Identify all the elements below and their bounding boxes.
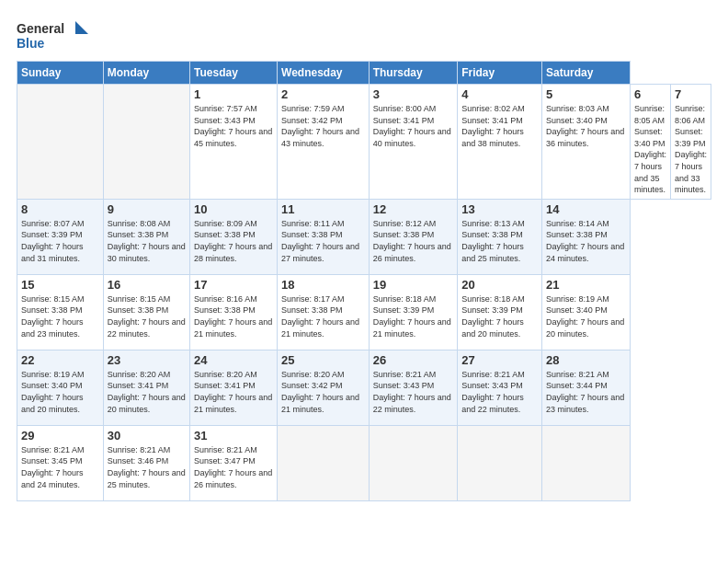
day-number: 15 xyxy=(21,278,99,292)
day-info: Sunrise: 8:20 AMSunset: 3:41 PMDaylight:… xyxy=(108,369,186,415)
day-number: 26 xyxy=(373,353,454,367)
calendar-day-7: 7 Sunrise: 8:06 AMSunset: 3:39 PMDayligh… xyxy=(670,85,711,200)
day-number: 27 xyxy=(461,353,538,367)
day-info: Sunrise: 8:16 AMSunset: 3:38 PMDaylight:… xyxy=(194,293,273,339)
day-number: 14 xyxy=(546,202,626,216)
weekday-header-sunday: Sunday xyxy=(17,62,104,85)
weekday-header-monday: Monday xyxy=(103,62,189,85)
empty-cell xyxy=(458,425,542,500)
day-info: Sunrise: 8:13 AMSunset: 3:38 PMDaylight:… xyxy=(461,218,538,264)
day-number: 10 xyxy=(194,202,273,216)
day-info: Sunrise: 8:20 AMSunset: 3:41 PMDaylight:… xyxy=(194,369,273,415)
day-info: Sunrise: 8:15 AMSunset: 3:38 PMDaylight:… xyxy=(108,293,186,339)
calendar-day-26: 26 Sunrise: 8:21 AMSunset: 3:43 PMDaylig… xyxy=(369,350,458,425)
day-number: 29 xyxy=(21,429,99,442)
calendar-day-3: 3 Sunrise: 8:00 AMSunset: 3:41 PMDayligh… xyxy=(369,85,458,200)
day-number: 9 xyxy=(108,202,186,216)
weekday-header-thursday: Thursday xyxy=(369,62,458,85)
calendar-day-24: 24 Sunrise: 8:20 AMSunset: 3:41 PMDaylig… xyxy=(190,350,278,425)
calendar-day-13: 13 Sunrise: 8:13 AMSunset: 3:38 PMDaylig… xyxy=(458,199,542,274)
weekday-header-tuesday: Tuesday xyxy=(190,62,278,85)
day-info: Sunrise: 8:18 AMSunset: 3:39 PMDaylight:… xyxy=(373,293,454,339)
day-number: 3 xyxy=(373,87,454,101)
day-info: Sunrise: 8:02 AMSunset: 3:41 PMDaylight:… xyxy=(461,103,538,149)
day-info: Sunrise: 8:20 AMSunset: 3:42 PMDaylight:… xyxy=(281,369,365,415)
day-info: Sunrise: 8:05 AMSunset: 3:40 PMDaylight:… xyxy=(634,103,666,196)
day-number: 25 xyxy=(281,353,365,367)
calendar-day-10: 10 Sunrise: 8:09 AMSunset: 3:38 PMDaylig… xyxy=(190,199,278,274)
calendar-day-9: 9 Sunrise: 8:08 AMSunset: 3:38 PMDayligh… xyxy=(103,199,189,274)
day-info: Sunrise: 7:59 AMSunset: 3:42 PMDaylight:… xyxy=(281,103,365,149)
day-number: 8 xyxy=(21,202,99,216)
day-info: Sunrise: 8:03 AMSunset: 3:40 PMDaylight:… xyxy=(546,103,626,149)
header: General Blue xyxy=(17,17,711,53)
empty-cell xyxy=(103,85,189,200)
day-info: Sunrise: 8:06 AMSunset: 3:39 PMDaylight:… xyxy=(675,103,707,196)
svg-text:Blue: Blue xyxy=(17,36,45,51)
calendar-day-12: 12 Sunrise: 8:12 AMSunset: 3:38 PMDaylig… xyxy=(369,199,458,274)
day-number: 11 xyxy=(281,202,365,216)
day-number: 13 xyxy=(461,202,538,216)
day-number: 19 xyxy=(373,278,454,292)
calendar-week-1: 1 Sunrise: 7:57 AMSunset: 3:43 PMDayligh… xyxy=(17,85,711,200)
calendar-week-3: 15 Sunrise: 8:15 AMSunset: 3:38 PMDaylig… xyxy=(17,274,711,350)
day-info: Sunrise: 8:18 AMSunset: 3:39 PMDaylight:… xyxy=(461,293,538,339)
day-info: Sunrise: 8:15 AMSunset: 3:38 PMDaylight:… xyxy=(21,293,99,339)
calendar-week-2: 8 Sunrise: 8:07 AMSunset: 3:39 PMDayligh… xyxy=(17,199,711,274)
day-info: Sunrise: 8:11 AMSunset: 3:38 PMDaylight:… xyxy=(281,218,365,264)
calendar-day-29: 29 Sunrise: 8:21 AMSunset: 3:45 PMDaylig… xyxy=(17,425,104,500)
day-number: 24 xyxy=(194,353,273,367)
empty-cell xyxy=(542,425,631,500)
calendar-day-27: 27 Sunrise: 8:21 AMSunset: 3:43 PMDaylig… xyxy=(458,350,542,425)
day-number: 17 xyxy=(194,278,273,292)
day-number: 21 xyxy=(546,278,626,292)
calendar-week-4: 22 Sunrise: 8:19 AMSunset: 3:40 PMDaylig… xyxy=(17,350,711,425)
calendar-day-2: 2 Sunrise: 7:59 AMSunset: 3:42 PMDayligh… xyxy=(278,85,370,200)
calendar-day-22: 22 Sunrise: 8:19 AMSunset: 3:40 PMDaylig… xyxy=(17,350,104,425)
day-number: 4 xyxy=(461,87,538,101)
svg-text:General: General xyxy=(17,21,64,36)
weekday-header-row: SundayMondayTuesdayWednesdayThursdayFrid… xyxy=(17,62,711,85)
day-info: Sunrise: 8:21 AMSunset: 3:44 PMDaylight:… xyxy=(546,369,626,415)
calendar-day-11: 11 Sunrise: 8:11 AMSunset: 3:38 PMDaylig… xyxy=(278,199,370,274)
day-number: 31 xyxy=(194,429,273,442)
day-number: 6 xyxy=(634,87,666,101)
calendar-day-19: 19 Sunrise: 8:18 AMSunset: 3:39 PMDaylig… xyxy=(369,274,458,350)
calendar-day-17: 17 Sunrise: 8:16 AMSunset: 3:38 PMDaylig… xyxy=(190,274,278,350)
calendar-day-20: 20 Sunrise: 8:18 AMSunset: 3:39 PMDaylig… xyxy=(458,274,542,350)
day-info: Sunrise: 8:21 AMSunset: 3:45 PMDaylight:… xyxy=(21,444,99,490)
day-info: Sunrise: 8:21 AMSunset: 3:46 PMDaylight:… xyxy=(108,444,186,490)
day-info: Sunrise: 8:21 AMSunset: 3:43 PMDaylight:… xyxy=(373,369,454,415)
day-info: Sunrise: 8:19 AMSunset: 3:40 PMDaylight:… xyxy=(21,369,99,415)
day-number: 16 xyxy=(108,278,186,292)
day-number: 23 xyxy=(108,353,186,367)
day-info: Sunrise: 8:09 AMSunset: 3:38 PMDaylight:… xyxy=(194,218,273,264)
day-info: Sunrise: 8:21 AMSunset: 3:43 PMDaylight:… xyxy=(461,369,538,415)
day-number: 2 xyxy=(281,87,365,101)
day-info: Sunrise: 7:57 AMSunset: 3:43 PMDaylight:… xyxy=(194,103,273,149)
calendar-day-31: 31 Sunrise: 8:21 AMSunset: 3:47 PMDaylig… xyxy=(190,425,278,500)
day-info: Sunrise: 8:12 AMSunset: 3:38 PMDaylight:… xyxy=(373,218,454,264)
calendar-day-5: 5 Sunrise: 8:03 AMSunset: 3:40 PMDayligh… xyxy=(542,85,631,200)
calendar-day-23: 23 Sunrise: 8:20 AMSunset: 3:41 PMDaylig… xyxy=(103,350,189,425)
day-number: 20 xyxy=(461,278,538,292)
day-number: 5 xyxy=(546,87,626,101)
day-number: 12 xyxy=(373,202,454,216)
day-number: 30 xyxy=(108,429,186,442)
weekday-header-friday: Friday xyxy=(458,62,542,85)
calendar-day-4: 4 Sunrise: 8:02 AMSunset: 3:41 PMDayligh… xyxy=(458,85,542,200)
calendar-day-15: 15 Sunrise: 8:15 AMSunset: 3:38 PMDaylig… xyxy=(17,274,104,350)
calendar-body: 1 Sunrise: 7:57 AMSunset: 3:43 PMDayligh… xyxy=(17,85,711,501)
calendar-day-25: 25 Sunrise: 8:20 AMSunset: 3:42 PMDaylig… xyxy=(278,350,370,425)
calendar-day-6: 6 Sunrise: 8:05 AMSunset: 3:40 PMDayligh… xyxy=(630,85,670,200)
empty-cell xyxy=(278,425,370,500)
calendar-day-16: 16 Sunrise: 8:15 AMSunset: 3:38 PMDaylig… xyxy=(103,274,189,350)
page: General Blue SundayMondayTuesdayWednesda… xyxy=(0,0,728,563)
weekday-header-wednesday: Wednesday xyxy=(278,62,370,85)
day-number: 7 xyxy=(675,87,707,101)
day-info: Sunrise: 8:00 AMSunset: 3:41 PMDaylight:… xyxy=(373,103,454,149)
day-number: 18 xyxy=(281,278,365,292)
empty-cell xyxy=(17,85,104,200)
calendar-day-14: 14 Sunrise: 8:14 AMSunset: 3:38 PMDaylig… xyxy=(542,199,631,274)
calendar-week-5: 29 Sunrise: 8:21 AMSunset: 3:45 PMDaylig… xyxy=(17,425,711,500)
